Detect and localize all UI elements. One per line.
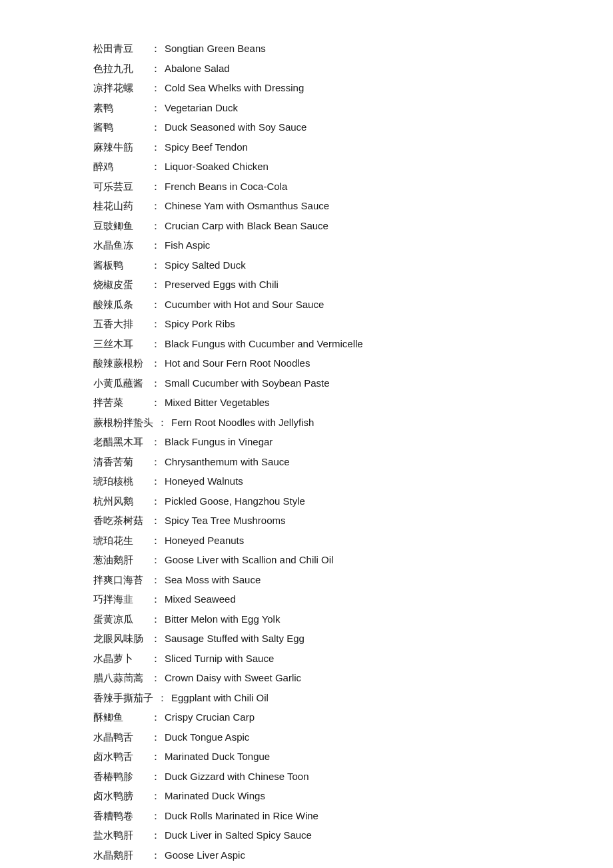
english-name: French Beans in Coca-Cola (165, 178, 287, 195)
menu-item: 酱鸭 ：Duck Seasoned with Soy Sauce (93, 119, 520, 136)
menu-item: 龙眼风味肠 ：Sausage Stuffed with Salty Egg (93, 630, 520, 647)
menu-item: 桂花山药 ：Chinese Yam with Osmanthus Sauce (93, 197, 520, 215)
english-name: Fish Aspic (165, 237, 210, 254)
english-name: Chinese Yam with Osmanthus Sauce (165, 197, 329, 215)
separator: ： (151, 99, 161, 117)
separator: ： (151, 158, 161, 175)
chinese-name: 杭州风鹅 (93, 493, 147, 510)
menu-item: 杭州风鹅 ：Pickled Goose, Hangzhou Style (93, 493, 520, 510)
menu-item: 豆豉鲫鱼 ：Crucian Carp with Black Bean Sauce (93, 217, 520, 235)
english-name: Small Cucumber with Soybean Paste (165, 375, 330, 392)
menu-item: 巧拌海韭 ：Mixed Seaweed (93, 591, 520, 608)
menu-item: 可乐芸豆 ：French Beans in Coca-Cola (93, 178, 520, 195)
english-name: Duck Rolls Marinated in Rice Wine (165, 807, 318, 825)
separator: ： (151, 611, 161, 628)
menu-item: 水晶萝卜 ：Sliced Turnip with Sauce (93, 650, 520, 667)
chinese-name: 葱油鹅肝 (93, 551, 147, 569)
chinese-name: 腊八蒜茼蒿 (93, 669, 147, 687)
separator: ： (151, 630, 161, 647)
separator: ： (151, 453, 161, 471)
english-name: Sea Moss with Sauce (165, 571, 261, 589)
english-name: Fern Root Noodles with Jellyfish (171, 414, 314, 431)
separator: ： (151, 748, 161, 765)
english-name: Duck Liver in Salted Spicy Sauce (165, 827, 312, 844)
separator: ： (151, 493, 161, 510)
chinese-name: 醉鸡 (93, 158, 147, 175)
chinese-name: 龙眼风味肠 (93, 630, 147, 647)
menu-item: 葱油鹅肝 ：Goose Liver with Scallion and Chil… (93, 551, 520, 569)
separator: ： (151, 355, 161, 372)
english-name: Sliced Turnip with Sauce (165, 650, 274, 667)
menu-item: 蕨根粉拌蛰头 ：Fern Root Noodles with Jellyfish (93, 414, 520, 431)
chinese-name: 酸辣蕨根粉 (93, 355, 147, 372)
separator: ： (151, 40, 161, 57)
english-name: Goose Liver Aspic (165, 847, 245, 864)
chinese-name: 凉拌花螺 (93, 79, 147, 97)
menu-item: 老醋黑木耳 ：Black Fungus in Vinegar (93, 433, 520, 451)
separator: ： (151, 807, 161, 825)
menu-item: 酥鲫鱼 ：Crispy Crucian Carp (93, 709, 520, 726)
menu-list: 松田青豆 ：Songtian Green Beans色拉九孔 ：Abalone … (93, 40, 520, 863)
menu-item: 水晶鱼冻 ：Fish Aspic (93, 237, 520, 254)
english-name: Spicy Tea Tree Mushrooms (165, 512, 285, 529)
chinese-name: 香辣手撕茄子 (93, 689, 153, 707)
separator: ： (151, 669, 161, 687)
menu-item: 拌苦菜 ：Mixed Bitter Vegetables (93, 394, 520, 411)
english-name: Pickled Goose, Hangzhou Style (165, 493, 305, 510)
english-name: Honeyed Walnuts (165, 473, 243, 490)
separator: ： (151, 217, 161, 235)
menu-item: 凉拌花螺 ：Cold Sea Whelks with Dressing (93, 79, 520, 97)
menu-item: 拌爽口海苔 ：Sea Moss with Sauce (93, 571, 520, 589)
separator: ： (151, 551, 161, 569)
menu-item: 酸辣瓜条 ：Cucumber with Hot and Sour Sauce (93, 296, 520, 313)
chinese-name: 三丝木耳 (93, 335, 147, 353)
chinese-name: 色拉九孔 (93, 60, 147, 77)
separator: ： (157, 414, 167, 431)
chinese-name: 酱板鸭 (93, 257, 147, 274)
separator: ： (151, 532, 161, 549)
english-name: Spicy Pork Ribs (165, 315, 235, 333)
english-name: Crucian Carp with Black Bean Sauce (165, 217, 328, 235)
chinese-name: 卤水鸭膀 (93, 787, 147, 805)
menu-item: 香辣手撕茄子 ：Eggplant with Chili Oil (93, 689, 520, 707)
separator: ： (151, 60, 161, 77)
english-name: Spicy Beef Tendon (165, 139, 248, 156)
menu-item: 酸辣蕨根粉 ：Hot and Sour Fern Root Noodles (93, 355, 520, 372)
chinese-name: 素鸭 (93, 99, 147, 117)
english-name: Mixed Bitter Vegetables (165, 394, 270, 411)
english-name: Duck Gizzard with Chinese Toon (165, 768, 309, 785)
chinese-name: 水晶鹅肝 (93, 847, 147, 864)
menu-item: 琥珀核桃 ：Honeyed Walnuts (93, 473, 520, 490)
chinese-name: 酱鸭 (93, 119, 147, 136)
separator: ： (151, 768, 161, 785)
english-name: Goose Liver with Scallion and Chili Oil (165, 551, 333, 569)
menu-item: 蛋黄凉瓜 ：Bitter Melon with Egg Yolk (93, 611, 520, 628)
english-name: Abalone Salad (165, 60, 230, 77)
separator: ： (151, 512, 161, 529)
separator: ： (151, 139, 161, 156)
separator: ： (151, 394, 161, 411)
english-name: Cucumber with Hot and Sour Sauce (165, 296, 324, 313)
english-name: Preserved Eggs with Chili (165, 276, 279, 293)
separator: ： (151, 827, 161, 844)
english-name: Black Fungus in Vinegar (165, 433, 273, 451)
menu-item: 烧椒皮蛋 ：Preserved Eggs with Chili (93, 276, 520, 293)
chinese-name: 松田青豆 (93, 40, 147, 57)
menu-item: 水晶鹅肝 ：Goose Liver Aspic (93, 847, 520, 864)
english-name: Black Fungus with Cucumber and Vermicell… (165, 335, 363, 353)
english-name: Chrysanthemum with Sauce (165, 453, 290, 471)
english-name: Spicy Salted Duck (165, 257, 246, 274)
menu-item: 色拉九孔 ：Abalone Salad (93, 60, 520, 77)
english-name: Bitter Melon with Egg Yolk (165, 611, 280, 628)
separator: ： (151, 473, 161, 490)
chinese-name: 琥珀花生 (93, 532, 147, 549)
chinese-name: 蛋黄凉瓜 (93, 611, 147, 628)
english-name: Sausage Stuffed with Salty Egg (165, 630, 305, 647)
chinese-name: 酸辣瓜条 (93, 296, 147, 313)
english-name: Duck Tongue Aspic (165, 729, 249, 746)
menu-item: 卤水鸭舌 ：Marinated Duck Tongue (93, 748, 520, 765)
chinese-name: 香吃茶树菇 (93, 512, 147, 529)
chinese-name: 水晶鱼冻 (93, 237, 147, 254)
english-name: Liquor-Soaked Chicken (165, 158, 269, 175)
chinese-name: 五香大排 (93, 315, 147, 333)
